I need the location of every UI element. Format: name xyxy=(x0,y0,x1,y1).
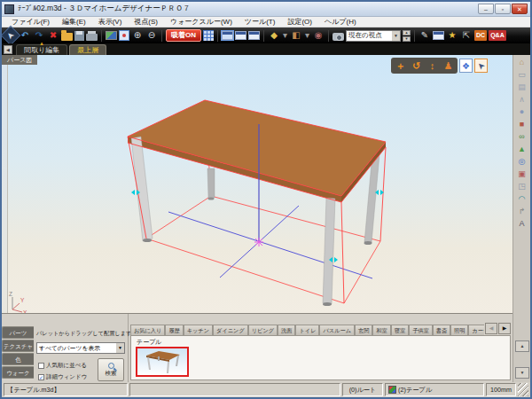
path-icon[interactable]: ↱ xyxy=(515,206,529,217)
detail-window-checkbox[interactable]: ✓ xyxy=(38,374,44,380)
texture-cube-icon[interactable]: ◧ xyxy=(290,29,302,42)
floor-icon[interactable]: ▤ xyxy=(515,82,529,93)
category-tab[interactable]: トイレ xyxy=(295,325,319,335)
zoom-in-icon[interactable]: ⊕ xyxy=(131,29,144,42)
category-tab[interactable]: 玄関 xyxy=(355,325,372,335)
open-file-icon[interactable] xyxy=(61,33,73,41)
box-marks-icon[interactable]: ▣ xyxy=(515,168,529,180)
rotate-tool-icon[interactable]: ↺ xyxy=(410,59,423,73)
category-tab[interactable]: ダイニング xyxy=(213,325,248,335)
camera-icon[interactable] xyxy=(332,33,344,41)
palette-side-tab[interactable]: テクスチャ xyxy=(2,340,34,352)
category-tab[interactable]: バスルーム xyxy=(319,325,355,335)
category-tab[interactable]: カーテン・ラ xyxy=(468,325,484,335)
wall-icon[interactable]: ▭ xyxy=(515,69,529,81)
arrow-up-icon[interactable]: ∧ xyxy=(515,94,529,106)
qa-badge[interactable]: Q&A xyxy=(489,30,506,41)
menu-item[interactable]: ウォークスルー(W) xyxy=(164,17,239,27)
pen-icon[interactable]: ✎ xyxy=(419,29,431,42)
chevron-down-icon[interactable]: ▼ xyxy=(392,31,400,41)
tab-floor-plan-edit[interactable]: ▲ 間取り編集 xyxy=(16,44,67,55)
maximize-button[interactable]: ▫ xyxy=(495,4,511,14)
walkthrough-export-icon[interactable]: ⇱ xyxy=(460,29,473,42)
torus-icon[interactable]: ◎ xyxy=(515,156,529,168)
grid-icon[interactable] xyxy=(203,30,214,41)
menu-item[interactable]: ファイル(F) xyxy=(5,17,56,27)
menu-item[interactable]: 視点(S) xyxy=(128,17,164,27)
walk-tool-icon[interactable]: ♟ xyxy=(442,59,455,73)
table-part-thumbnail[interactable] xyxy=(136,347,189,377)
category-tab[interactable]: 書斎 xyxy=(433,325,450,335)
menu-item[interactable]: ツール(T) xyxy=(239,17,282,27)
redo-icon[interactable]: ↷ xyxy=(33,29,45,42)
popular-sort-checkbox[interactable] xyxy=(38,363,44,369)
category-tab[interactable]: リビング xyxy=(248,325,278,335)
box-arrow-icon[interactable]: ◳ xyxy=(515,181,529,192)
category-tab[interactable]: キッチン xyxy=(184,325,213,335)
window-tool-icon[interactable] xyxy=(433,31,444,40)
render-quality-icon[interactable]: ◉ xyxy=(312,29,325,42)
palette-side-tab[interactable]: 色 xyxy=(2,353,34,365)
cone-icon[interactable]: ▲ xyxy=(515,144,529,155)
cursor-tool-icon[interactable]: ➤ xyxy=(474,59,488,73)
table-top[interactable] xyxy=(128,100,386,202)
binoculars-icon[interactable]: ∞ xyxy=(515,131,529,143)
render-image-icon[interactable] xyxy=(106,31,117,40)
cube-icon[interactable]: ■ xyxy=(515,119,529,130)
category-tab[interactable]: 子供室 xyxy=(409,325,433,335)
tab-top-layer[interactable]: 最上層 xyxy=(69,44,106,55)
fit-tool-icon[interactable]: ❖ xyxy=(459,59,473,73)
category-tab[interactable]: 和室 xyxy=(372,325,390,335)
undo-icon[interactable]: ↶ xyxy=(19,29,31,42)
scene-canvas[interactable]: Z Y X xyxy=(2,55,512,313)
center-handle[interactable] xyxy=(254,238,263,246)
palette-side-tab[interactable]: ウォーク xyxy=(2,366,34,379)
layout-cascade-icon[interactable] xyxy=(248,31,260,40)
category-tab[interactable]: 照明 xyxy=(450,325,468,335)
fit-view-icon[interactable] xyxy=(119,30,129,41)
select-tool-icon[interactable]: ➤ xyxy=(2,27,20,44)
category-scroll-right-button[interactable]: ▶ xyxy=(498,323,511,334)
snap-toggle-button[interactable]: 吸着ON xyxy=(166,29,201,42)
menu-item[interactable]: 設定(O) xyxy=(281,17,318,27)
zoom-out-icon[interactable]: ⊖ xyxy=(145,29,158,42)
menu-item[interactable]: 表示(V) xyxy=(92,17,129,27)
spin-up-icon[interactable]: ▲ xyxy=(403,30,411,35)
sphere-icon[interactable]: ● xyxy=(515,106,529,118)
chevron-down-icon[interactable]: ▼ xyxy=(116,343,124,353)
category-tab[interactable]: 寝室 xyxy=(391,325,409,335)
category-tab[interactable]: 履歴 xyxy=(165,325,183,335)
viewpoint-select[interactable]: 現在の視点 ▼ xyxy=(346,30,401,42)
menu-item[interactable]: 編集(E) xyxy=(56,17,92,27)
resize-grip[interactable] xyxy=(518,383,528,396)
layout-single-icon[interactable] xyxy=(222,31,233,40)
print-icon[interactable] xyxy=(86,34,98,41)
category-tab[interactable]: お気に入り xyxy=(130,325,165,335)
delete-icon[interactable]: ✖ xyxy=(47,29,59,42)
move-tool-icon[interactable]: ＋ xyxy=(394,59,407,73)
lighting-caret-icon[interactable]: ▾ xyxy=(282,29,288,42)
menu-item[interactable]: ヘルプ(H) xyxy=(318,17,363,27)
text-icon[interactable]: A xyxy=(515,218,529,230)
close-button[interactable]: ✕ xyxy=(512,4,528,14)
parts-filter-select[interactable]: すべてのパーツを表示 ▼ xyxy=(36,342,125,354)
dc-badge[interactable]: DC xyxy=(474,30,487,41)
save-icon[interactable] xyxy=(74,31,84,41)
category-scroll-left-button[interactable]: ◀ xyxy=(485,323,497,334)
category-tab[interactable]: 洗面 xyxy=(278,325,295,335)
roof-icon[interactable]: ⌂ xyxy=(515,57,529,68)
scroll-up-button[interactable]: ▲ xyxy=(515,340,529,352)
minimize-button[interactable]: – xyxy=(478,4,494,14)
premium-icon[interactable]: ★ xyxy=(446,29,458,42)
viewport-3d[interactable]: Z Y X パース図 ＋ ↺ ↕ ♟ ❖ ➤ xyxy=(2,55,512,313)
search-button[interactable]: 検索 xyxy=(98,358,124,381)
elevate-tool-icon[interactable]: ↕ xyxy=(426,59,439,73)
palette-side-tab[interactable]: パーツ xyxy=(2,326,34,339)
texture-caret-icon[interactable]: ▾ xyxy=(304,29,310,42)
layout-split-icon[interactable] xyxy=(235,31,246,40)
spin-down-icon[interactable]: ▼ xyxy=(403,36,411,42)
pipe-icon[interactable]: ◠ xyxy=(515,193,529,205)
scroll-down-button[interactable]: ▼ xyxy=(515,367,529,379)
lighting-icon[interactable]: ◆ xyxy=(268,29,280,42)
workspace-tab-scroll-button[interactable]: ◀ xyxy=(4,45,12,54)
